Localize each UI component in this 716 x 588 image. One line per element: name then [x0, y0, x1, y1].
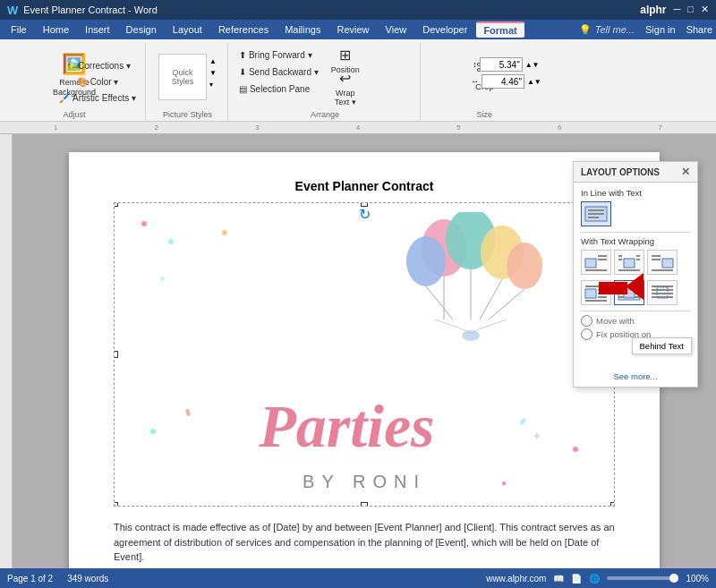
pic-styles-label: Picture Styles [148, 110, 227, 119]
send-backward-button[interactable]: ⬇ Send Backward ▾ [235, 64, 322, 80]
view-print-btn[interactable]: 📄 [571, 574, 582, 584]
svg-rect-43 [652, 293, 673, 294]
menu-layout[interactable]: Layout [166, 22, 209, 37]
word-count: 349 words [67, 574, 108, 584]
corrections-icon: ✨ [64, 61, 75, 71]
sign-in-btn[interactable]: Sign in [645, 24, 676, 35]
red-arrow-svg [599, 268, 652, 313]
artistic-effects-button[interactable]: 🖌️ Artistic Effects ▾ [55, 89, 140, 106]
svg-point-10 [462, 330, 480, 341]
title-bar-text: Event Planner Contract - Word [23, 4, 158, 15]
confetti-2 [168, 239, 174, 244]
svg-rect-12 [588, 209, 604, 211]
fix-position-radio[interactable] [581, 328, 592, 340]
contract-text: This contract is made effective as of [D… [114, 520, 615, 565]
picture-styles-group: QuickStyles ▲ ▼ ▾ Picture Styles [148, 43, 228, 121]
styles-scroll-up[interactable]: ▲ [209, 56, 217, 67]
confetti-7 [519, 418, 525, 426]
confetti-5 [573, 447, 578, 452]
arrange-label: Arrange [230, 110, 420, 119]
layout-options-panel: LAYOUT OPTIONS ✕ In Line with Text [573, 161, 698, 388]
svg-line-7 [426, 286, 453, 320]
size-group: ✂ Crop ↕ ▲▼ ↔ ▲▼ Size [422, 43, 547, 121]
minimize-btn[interactable]: ─ [674, 4, 681, 16]
menu-view[interactable]: View [379, 22, 414, 37]
send-backward-icon: ⬇ [239, 67, 246, 77]
size-label: Size [422, 110, 547, 119]
width-spinner[interactable]: ▲▼ [527, 78, 541, 86]
confetti-3 [222, 230, 227, 235]
svg-line-5 [480, 279, 502, 320]
app-icon: W [7, 4, 18, 17]
page: ↻ Event Planner Contract [69, 152, 660, 568]
see-more-link[interactable]: See more... [581, 371, 690, 381]
zoom-thumb[interactable] [669, 574, 678, 583]
menu-bar: File Home Insert Design Layout Reference… [0, 20, 716, 39]
handle-br[interactable] [610, 502, 615, 507]
inline-option[interactable] [581, 201, 611, 226]
color-button[interactable]: 🎨 Color ▾ [73, 73, 123, 89]
divider-1 [581, 232, 690, 233]
page-title: Event Planner Contract [114, 179, 615, 193]
corrections-button[interactable]: ✨ Corrections ▾ [61, 57, 134, 73]
layout-panel-header: LAYOUT OPTIONS ✕ [574, 162, 697, 183]
status-url: www.alphr.com [486, 574, 546, 584]
svg-rect-28 [652, 269, 673, 271]
menu-format[interactable]: Format [476, 21, 524, 38]
svg-marker-46 [626, 273, 644, 300]
styles-expand[interactable]: ▾ [209, 80, 217, 90]
wrap-text-button[interactable]: ↩ Wrap Text ▾ [326, 74, 365, 101]
bring-forward-icon: ⬆ [239, 50, 246, 60]
move-with-text-radio[interactable] [581, 315, 592, 327]
menu-insert[interactable]: Insert [78, 22, 117, 37]
menu-design[interactable]: Design [119, 22, 164, 37]
confetti-4 [150, 429, 156, 434]
adjust-group: 🖼️ RemoveBackground ✨ Corrections ▾ 🎨 Co… [4, 43, 146, 121]
handle-bl[interactable] [114, 502, 118, 507]
svg-rect-21 [636, 255, 640, 257]
image-area[interactable]: Parties BY RONI ✦ ● ★ [114, 202, 615, 507]
handle-tl[interactable] [114, 202, 118, 207]
svg-rect-29 [585, 289, 596, 298]
share-btn[interactable]: Share [686, 24, 712, 35]
view-read-btn[interactable]: 📖 [553, 574, 564, 584]
svg-rect-15 [585, 259, 596, 268]
menu-developer[interactable]: Developer [415, 22, 474, 37]
height-input[interactable] [480, 57, 523, 72]
menu-home[interactable]: Home [36, 22, 76, 37]
zoom-slider[interactable] [607, 576, 678, 580]
menu-file[interactable]: File [4, 22, 34, 37]
by-roni-text: BY RONI [303, 472, 426, 492]
move-with-text-label: Move with [596, 316, 635, 326]
styles-scroll-down[interactable]: ▼ [209, 68, 217, 79]
menu-references[interactable]: References [211, 22, 276, 37]
menu-review[interactable]: Review [330, 22, 377, 37]
confetti-1 [141, 221, 147, 226]
handle-bm[interactable] [361, 502, 368, 507]
maximize-btn[interactable]: □ [687, 4, 694, 16]
alphr-logo: alphr [640, 4, 666, 16]
confetti-8 [185, 409, 191, 417]
layout-panel-close-button[interactable]: ✕ [681, 166, 690, 178]
ribbon: 🖼️ RemoveBackground ✨ Corrections ▾ 🎨 Co… [0, 39, 716, 122]
status-bar: Page 1 of 2 349 words www.alphr.com 📖 📄 … [0, 568, 716, 588]
svg-point-6 [406, 236, 446, 286]
view-web-btn[interactable]: 🌐 [589, 574, 600, 584]
wrap-section-title: With Text Wrapping [581, 236, 690, 246]
page-container: ↻ Event Planner Contract [13, 134, 716, 568]
ruler: 1234567 [0, 122, 716, 134]
selection-pane-button[interactable]: ▤ Selection Pane [235, 81, 322, 97]
handle-tm[interactable] [361, 202, 368, 207]
inline-icon [584, 204, 609, 224]
handle-ml[interactable] [114, 351, 118, 358]
height-spinner[interactable]: ▲▼ [525, 61, 540, 69]
artistic-effects-icon: 🖌️ [59, 93, 70, 103]
width-input[interactable] [482, 74, 524, 89]
menu-mailings[interactable]: Mailings [277, 22, 328, 37]
bring-forward-button[interactable]: ⬆ Bring Forward ▾ [235, 47, 322, 63]
svg-point-8 [507, 243, 542, 289]
close-btn[interactable]: ✕ [701, 4, 709, 16]
quick-styles-button[interactable]: QuickStyles [158, 54, 207, 100]
red-arrow-indicator [599, 268, 652, 315]
tell-me-input[interactable]: Tell me... [595, 24, 635, 35]
